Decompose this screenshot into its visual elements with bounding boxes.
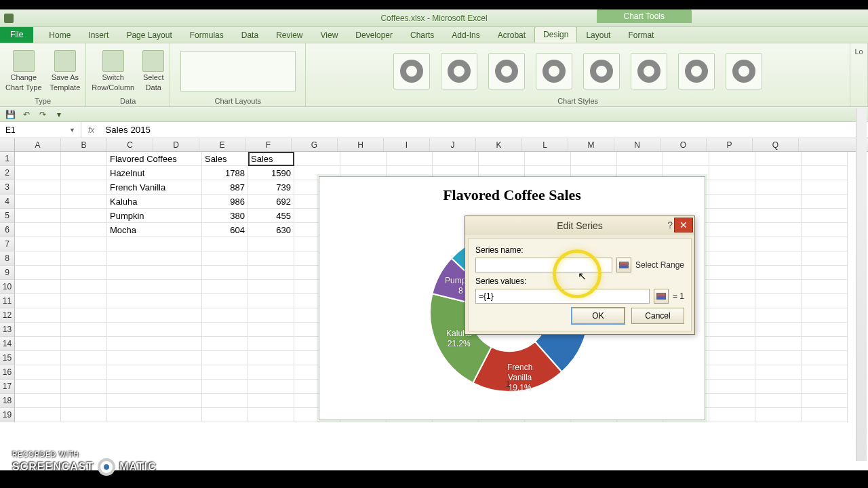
cell[interactable] xyxy=(802,166,848,180)
cell[interactable]: 692 xyxy=(248,195,294,209)
cell[interactable] xyxy=(525,152,571,166)
cell[interactable] xyxy=(248,266,294,280)
disk-icon[interactable] xyxy=(4,14,14,23)
cell[interactable] xyxy=(15,408,61,422)
cell[interactable] xyxy=(802,223,848,237)
cell[interactable] xyxy=(709,323,755,337)
cell[interactable] xyxy=(202,365,248,380)
cell[interactable] xyxy=(802,308,848,323)
cell[interactable] xyxy=(15,380,61,394)
cell[interactable] xyxy=(617,152,663,166)
row-header[interactable]: 7 xyxy=(0,237,15,251)
cell[interactable] xyxy=(15,251,61,266)
cell[interactable] xyxy=(107,237,202,251)
cell[interactable] xyxy=(663,152,709,166)
cell[interactable] xyxy=(15,180,61,195)
cell[interactable] xyxy=(248,308,294,323)
column-header[interactable]: A xyxy=(15,138,61,151)
cell[interactable] xyxy=(61,223,107,237)
cell[interactable] xyxy=(61,323,107,337)
column-header[interactable]: P xyxy=(707,138,753,151)
cell[interactable] xyxy=(202,280,248,294)
cell[interactable] xyxy=(61,237,107,251)
tab-formulas[interactable]: Formulas xyxy=(181,27,233,43)
cell[interactable] xyxy=(248,294,294,308)
cell[interactable] xyxy=(802,294,848,308)
cell[interactable] xyxy=(107,394,202,408)
cell[interactable] xyxy=(107,351,202,365)
series-values-input[interactable] xyxy=(475,289,650,304)
column-header[interactable]: O xyxy=(660,138,707,151)
cell[interactable] xyxy=(107,294,202,308)
cell[interactable] xyxy=(15,394,61,408)
cell[interactable] xyxy=(107,380,202,394)
cell[interactable] xyxy=(202,351,248,365)
cell[interactable] xyxy=(61,166,107,180)
cell[interactable] xyxy=(709,251,755,266)
tab-page-layout[interactable]: Page Layout xyxy=(117,27,180,43)
cell[interactable] xyxy=(709,166,755,180)
tab-addins[interactable]: Add-Ins xyxy=(443,27,488,43)
cell[interactable] xyxy=(61,209,107,223)
cell[interactable] xyxy=(709,209,755,223)
tab-review[interactable]: Review xyxy=(267,27,311,43)
chart-title[interactable]: Flavored Coffee Sales xyxy=(319,177,705,204)
cell[interactable] xyxy=(15,365,61,380)
cell[interactable] xyxy=(755,308,802,323)
cell[interactable] xyxy=(202,380,248,394)
cell[interactable] xyxy=(709,408,755,422)
row-header[interactable]: 18 xyxy=(0,394,15,408)
cell[interactable] xyxy=(709,195,755,209)
chart-style-thumb[interactable] xyxy=(441,53,477,89)
row-header[interactable]: 10 xyxy=(0,280,15,294)
cell[interactable] xyxy=(709,308,755,323)
cell[interactable] xyxy=(802,152,848,166)
row-header[interactable]: 14 xyxy=(0,337,15,351)
tab-design[interactable]: Design xyxy=(534,26,577,43)
cell[interactable] xyxy=(15,351,61,365)
cell[interactable] xyxy=(571,152,617,166)
close-icon[interactable]: ✕ xyxy=(674,218,693,232)
chart-style-thumb[interactable] xyxy=(631,53,667,89)
chevron-down-icon[interactable]: ▼ xyxy=(69,127,75,134)
column-header[interactable]: G xyxy=(292,138,338,151)
cell[interactable] xyxy=(802,209,848,223)
series-name-input[interactable] xyxy=(475,258,612,272)
cell[interactable] xyxy=(107,251,202,266)
cell[interactable] xyxy=(248,408,294,422)
cell[interactable]: 986 xyxy=(202,195,248,209)
cell[interactable]: Sales 2014 xyxy=(202,152,248,166)
cell[interactable] xyxy=(202,251,248,266)
cell[interactable]: 630 xyxy=(248,223,294,237)
cell[interactable] xyxy=(755,408,802,422)
cell[interactable]: Pumpkin xyxy=(107,209,202,223)
cell[interactable] xyxy=(202,337,248,351)
range-picker-button[interactable] xyxy=(654,289,669,304)
vertical-scrollbar[interactable] xyxy=(856,108,867,461)
undo-icon[interactable]: ↶ xyxy=(20,109,33,120)
cell[interactable] xyxy=(61,294,107,308)
column-header[interactable]: F xyxy=(245,138,292,151)
cell[interactable] xyxy=(61,266,107,280)
cell[interactable] xyxy=(755,280,802,294)
cancel-button[interactable]: Cancel xyxy=(631,308,684,324)
cell[interactable] xyxy=(802,251,848,266)
cell[interactable] xyxy=(202,408,248,422)
cell[interactable] xyxy=(755,251,802,266)
cell[interactable]: 1788 xyxy=(202,166,248,180)
cell[interactable] xyxy=(107,266,202,280)
cell[interactable] xyxy=(755,380,802,394)
cell[interactable] xyxy=(755,223,802,237)
cell[interactable] xyxy=(802,323,848,337)
change-chart-type-button[interactable]: Change Chart Type xyxy=(4,49,43,92)
chart-style-thumb[interactable] xyxy=(393,53,430,89)
row-header[interactable]: 17 xyxy=(0,380,15,394)
column-header[interactable]: B xyxy=(61,138,107,151)
cell[interactable] xyxy=(107,280,202,294)
cell[interactable] xyxy=(479,152,525,166)
cell[interactable]: Mocha xyxy=(107,223,202,237)
cell[interactable] xyxy=(802,237,848,251)
chart-style-thumb[interactable] xyxy=(536,53,572,89)
customize-qat-icon[interactable]: ▾ xyxy=(53,109,65,120)
column-header[interactable]: H xyxy=(338,138,384,151)
